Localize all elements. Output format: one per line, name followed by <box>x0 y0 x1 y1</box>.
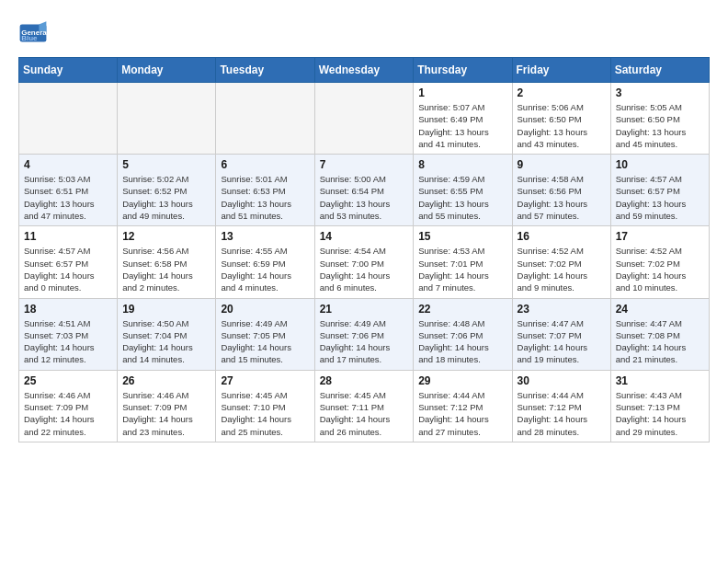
col-header-saturday: Saturday <box>610 58 709 83</box>
day-info: Sunrise: 4:50 AM Sunset: 7:04 PM Dayligh… <box>122 317 210 366</box>
day-info: Sunrise: 4:45 AM Sunset: 7:10 PM Dayligh… <box>221 389 309 438</box>
calendar-cell: 30Sunrise: 4:44 AM Sunset: 7:12 PM Dayli… <box>512 370 610 442</box>
day-number: 19 <box>122 303 210 316</box>
day-number: 25 <box>24 374 112 387</box>
day-info: Sunrise: 4:49 AM Sunset: 7:06 PM Dayligh… <box>320 317 409 366</box>
day-number: 29 <box>418 374 506 387</box>
calendar-cell: 13Sunrise: 4:55 AM Sunset: 6:59 PM Dayli… <box>216 226 314 298</box>
calendar-week-row: 1Sunrise: 5:07 AM Sunset: 6:49 PM Daylig… <box>19 83 710 155</box>
day-info: Sunrise: 4:49 AM Sunset: 7:05 PM Dayligh… <box>221 317 309 366</box>
day-info: Sunrise: 4:55 AM Sunset: 6:59 PM Dayligh… <box>221 245 309 293</box>
calendar-cell: 5Sunrise: 5:02 AM Sunset: 6:52 PM Daylig… <box>118 155 216 226</box>
calendar-cell: 15Sunrise: 4:53 AM Sunset: 7:01 PM Dayli… <box>414 226 512 298</box>
day-number: 11 <box>24 230 112 243</box>
calendar-cell: 17Sunrise: 4:52 AM Sunset: 7:02 PM Dayli… <box>610 226 709 298</box>
day-info: Sunrise: 4:56 AM Sunset: 6:58 PM Dayligh… <box>122 245 210 293</box>
day-number: 7 <box>320 158 409 171</box>
day-info: Sunrise: 5:00 AM Sunset: 6:54 PM Dayligh… <box>320 173 409 222</box>
calendar-cell: 1Sunrise: 5:07 AM Sunset: 6:49 PM Daylig… <box>414 83 512 155</box>
day-info: Sunrise: 4:51 AM Sunset: 7:03 PM Dayligh… <box>24 317 112 366</box>
day-number: 8 <box>418 158 506 171</box>
col-header-friday: Friday <box>512 58 610 83</box>
day-number: 26 <box>122 374 210 387</box>
calendar-cell: 28Sunrise: 4:45 AM Sunset: 7:11 PM Dayli… <box>314 370 414 442</box>
day-number: 15 <box>418 230 506 243</box>
calendar-cell: 19Sunrise: 4:50 AM Sunset: 7:04 PM Dayli… <box>118 298 216 370</box>
day-number: 2 <box>518 86 606 99</box>
day-number: 9 <box>518 158 606 171</box>
calendar-cell <box>314 83 414 155</box>
calendar-cell: 3Sunrise: 5:05 AM Sunset: 6:50 PM Daylig… <box>610 83 709 155</box>
calendar-week-row: 4Sunrise: 5:03 AM Sunset: 6:51 PM Daylig… <box>19 155 710 226</box>
calendar-table: SundayMondayTuesdayWednesdayThursdayFrid… <box>18 57 710 442</box>
calendar-cell: 23Sunrise: 4:47 AM Sunset: 7:07 PM Dayli… <box>512 298 610 370</box>
col-header-wednesday: Wednesday <box>314 58 414 83</box>
calendar-cell: 6Sunrise: 5:01 AM Sunset: 6:53 PM Daylig… <box>216 155 314 226</box>
calendar-cell: 20Sunrise: 4:49 AM Sunset: 7:05 PM Dayli… <box>216 298 314 370</box>
day-info: Sunrise: 4:46 AM Sunset: 7:09 PM Dayligh… <box>122 389 210 438</box>
page-header: General Blue <box>18 18 710 48</box>
day-info: Sunrise: 4:47 AM Sunset: 7:08 PM Dayligh… <box>616 317 704 366</box>
day-info: Sunrise: 4:44 AM Sunset: 7:12 PM Dayligh… <box>418 389 506 438</box>
calendar-cell: 27Sunrise: 4:45 AM Sunset: 7:10 PM Dayli… <box>216 370 314 442</box>
day-number: 4 <box>24 158 112 171</box>
calendar-cell: 16Sunrise: 4:52 AM Sunset: 7:02 PM Dayli… <box>512 226 610 298</box>
day-info: Sunrise: 4:59 AM Sunset: 6:55 PM Dayligh… <box>418 173 506 222</box>
day-number: 31 <box>616 374 704 387</box>
calendar-cell: 8Sunrise: 4:59 AM Sunset: 6:55 PM Daylig… <box>414 155 512 226</box>
calendar-week-row: 11Sunrise: 4:57 AM Sunset: 6:57 PM Dayli… <box>19 226 710 298</box>
day-number: 3 <box>616 86 704 99</box>
calendar-cell: 7Sunrise: 5:00 AM Sunset: 6:54 PM Daylig… <box>314 155 414 226</box>
day-info: Sunrise: 4:57 AM Sunset: 6:57 PM Dayligh… <box>24 245 112 293</box>
calendar-cell: 4Sunrise: 5:03 AM Sunset: 6:51 PM Daylig… <box>19 155 118 226</box>
day-number: 6 <box>221 158 309 171</box>
day-number: 14 <box>320 230 409 243</box>
calendar-cell: 11Sunrise: 4:57 AM Sunset: 6:57 PM Dayli… <box>19 226 118 298</box>
calendar-header-row: SundayMondayTuesdayWednesdayThursdayFrid… <box>19 58 710 83</box>
day-info: Sunrise: 4:45 AM Sunset: 7:11 PM Dayligh… <box>320 389 409 438</box>
day-number: 24 <box>616 303 704 316</box>
calendar-cell: 18Sunrise: 4:51 AM Sunset: 7:03 PM Dayli… <box>19 298 118 370</box>
day-info: Sunrise: 4:57 AM Sunset: 6:57 PM Dayligh… <box>616 173 704 222</box>
calendar-week-row: 18Sunrise: 4:51 AM Sunset: 7:03 PM Dayli… <box>19 298 710 370</box>
svg-text:Blue: Blue <box>21 34 38 42</box>
day-info: Sunrise: 5:03 AM Sunset: 6:51 PM Dayligh… <box>24 173 112 222</box>
col-header-sunday: Sunday <box>19 58 118 83</box>
col-header-monday: Monday <box>118 58 216 83</box>
day-number: 23 <box>518 303 606 316</box>
day-info: Sunrise: 4:52 AM Sunset: 7:02 PM Dayligh… <box>616 245 704 293</box>
calendar-cell: 12Sunrise: 4:56 AM Sunset: 6:58 PM Dayli… <box>118 226 216 298</box>
day-number: 16 <box>518 230 606 243</box>
day-number: 12 <box>122 230 210 243</box>
calendar-cell: 10Sunrise: 4:57 AM Sunset: 6:57 PM Dayli… <box>610 155 709 226</box>
day-number: 18 <box>24 303 112 316</box>
day-number: 10 <box>616 158 704 171</box>
logo-icon: General Blue <box>18 18 48 48</box>
day-info: Sunrise: 5:01 AM Sunset: 6:53 PM Dayligh… <box>221 173 309 222</box>
col-header-thursday: Thursday <box>414 58 512 83</box>
day-number: 28 <box>320 374 409 387</box>
day-info: Sunrise: 4:58 AM Sunset: 6:56 PM Dayligh… <box>518 173 606 222</box>
day-number: 1 <box>418 86 506 99</box>
calendar-cell: 22Sunrise: 4:48 AM Sunset: 7:06 PM Dayli… <box>414 298 512 370</box>
day-info: Sunrise: 5:05 AM Sunset: 6:50 PM Dayligh… <box>616 101 704 150</box>
day-info: Sunrise: 4:53 AM Sunset: 7:01 PM Dayligh… <box>418 245 506 293</box>
day-number: 22 <box>418 303 506 316</box>
day-info: Sunrise: 5:06 AM Sunset: 6:50 PM Dayligh… <box>518 101 606 150</box>
day-number: 5 <box>122 158 210 171</box>
calendar-cell: 25Sunrise: 4:46 AM Sunset: 7:09 PM Dayli… <box>19 370 118 442</box>
day-info: Sunrise: 4:47 AM Sunset: 7:07 PM Dayligh… <box>518 317 606 366</box>
day-number: 27 <box>221 374 309 387</box>
day-number: 20 <box>221 303 309 316</box>
day-info: Sunrise: 5:07 AM Sunset: 6:49 PM Dayligh… <box>418 101 506 150</box>
day-info: Sunrise: 4:46 AM Sunset: 7:09 PM Dayligh… <box>24 389 112 438</box>
calendar-cell: 2Sunrise: 5:06 AM Sunset: 6:50 PM Daylig… <box>512 83 610 155</box>
calendar-cell <box>216 83 314 155</box>
day-info: Sunrise: 4:44 AM Sunset: 7:12 PM Dayligh… <box>518 389 606 438</box>
day-info: Sunrise: 4:54 AM Sunset: 7:00 PM Dayligh… <box>320 245 409 293</box>
calendar-cell <box>118 83 216 155</box>
calendar-week-row: 25Sunrise: 4:46 AM Sunset: 7:09 PM Dayli… <box>19 370 710 442</box>
logo: General Blue <box>18 18 53 48</box>
col-header-tuesday: Tuesday <box>216 58 314 83</box>
calendar-cell: 26Sunrise: 4:46 AM Sunset: 7:09 PM Dayli… <box>118 370 216 442</box>
